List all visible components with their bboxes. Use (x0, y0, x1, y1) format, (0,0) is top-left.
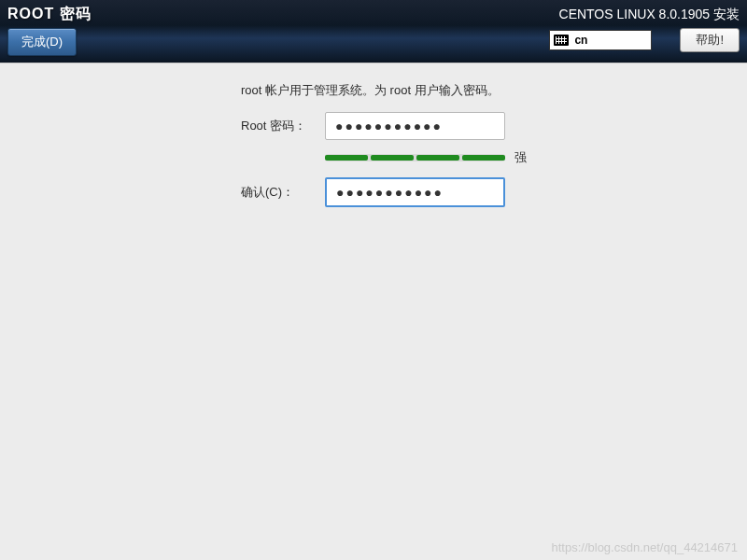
strength-label: 强 (514, 149, 527, 166)
page-title: ROOT 密码 (7, 5, 92, 24)
strength-segment (416, 155, 459, 161)
keyboard-icon (554, 35, 569, 46)
keyboard-layout-label: cn (574, 34, 587, 47)
root-password-input[interactable]: ●●●●●●●●●●● (325, 112, 505, 140)
header-controls: cn 帮助! (549, 28, 740, 52)
watermark-text: https://blog.csdn.net/qq_44214671 (552, 540, 739, 554)
password-row: Root 密码： ●●●●●●●●●●● (241, 112, 747, 140)
main-content: root 帐户用于管理系统。为 root 用户输入密码。 Root 密码： ●●… (0, 63, 747, 207)
done-button[interactable]: 完成(D) (7, 28, 77, 56)
header-left: ROOT 密码 完成(D) (7, 5, 92, 59)
confirm-password-input[interactable]: ●●●●●●●●●●● (325, 177, 505, 207)
installer-title: CENTOS LINUX 8.0.1905 安装 (559, 7, 740, 23)
strength-segment (462, 155, 505, 161)
header-right: CENTOS LINUX 8.0.1905 安装 cn 帮助! (549, 5, 740, 59)
confirm-row: 确认(C)： ●●●●●●●●●●● (241, 177, 747, 207)
strength-row: 强 (325, 149, 747, 166)
strength-segment (325, 155, 368, 161)
password-strength-bar (325, 154, 505, 161)
keyboard-layout-selector[interactable]: cn (549, 30, 652, 50)
strength-segment (371, 155, 414, 161)
confirm-label: 确认(C)： (241, 184, 325, 201)
installer-header: ROOT 密码 完成(D) CENTOS LINUX 8.0.1905 安装 c… (0, 0, 747, 63)
help-button[interactable]: 帮助! (680, 28, 740, 52)
password-label: Root 密码： (241, 118, 325, 134)
description-text: root 帐户用于管理系统。为 root 用户输入密码。 (241, 82, 747, 99)
